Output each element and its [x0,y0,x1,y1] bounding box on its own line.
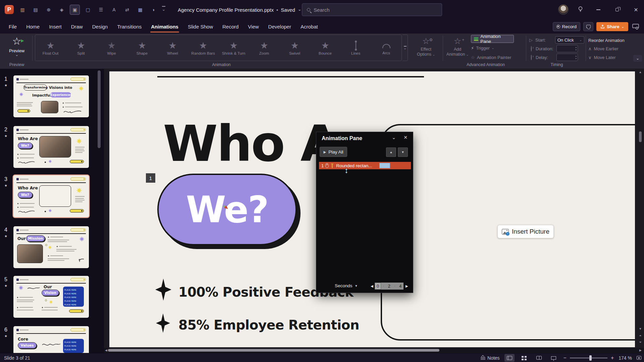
animation-wheel[interactable]: ★Wheel [157,35,188,61]
zoom-out-icon[interactable]: − [564,355,567,361]
document-title[interactable]: Agency Company Profile Presentation.pptx… [178,0,302,19]
move-earlier-button[interactable]: ∧Move Earlier [588,44,625,53]
preview-button[interactable]: ☆▶ Preview ⌄ [4,35,30,62]
tab-insert[interactable]: Insert [44,19,66,34]
zoom-level[interactable]: 174 % [619,355,632,361]
thumbnail-scrollbar[interactable] [98,70,101,148]
delay-spinner[interactable]: ▴▾ [556,54,578,61]
animation-arcs[interactable]: Arcs [371,35,401,61]
tab-developer[interactable]: Developer [264,19,296,34]
shape-fill-icon[interactable]: ◑ [148,5,158,15]
distribute-horizontal-icon[interactable]: ▤ [31,5,41,15]
animation-swivel[interactable]: ★Swivel [279,35,310,61]
thumbnail-slide-3-selected[interactable]: Who Are We? [13,175,89,217]
slideshow-view-button[interactable] [549,354,559,362]
pane-collapse-icon[interactable]: ⌄ [389,135,399,142]
animation-lines[interactable]: Lines [340,35,371,61]
zoom-slider[interactable] [570,358,607,358]
share-button[interactable]: Share ⌄ [596,22,628,31]
play-all-button[interactable]: ▶ Play All [320,147,347,157]
fit-slide-to-window-icon[interactable] [637,356,641,360]
vertical-scroll-thumb[interactable] [639,131,642,142]
horizontal-scrollbar[interactable]: ◀ ▶ [104,348,644,353]
animation-float-out[interactable]: ★Float Out [35,35,66,61]
animation-pane-button[interactable]: Animation Pane [471,35,514,43]
next-slide-icon[interactable]: ⏷ [638,341,643,344]
user-avatar[interactable] [558,4,569,15]
move-down-button[interactable]: ▼ [398,147,408,157]
horizontal-scroll-thumb[interactable] [108,349,439,352]
eraser-tool-icon[interactable]: ◈ [57,5,67,15]
animation-split[interactable]: ★Split [66,35,96,61]
tab-slide-show[interactable]: Slide Show [183,19,218,34]
slide-indicator[interactable]: Slide 3 of 21 [4,353,30,362]
align-objects-icon[interactable]: ▣ [70,5,80,15]
collapse-ribbon-button[interactable]: ⌄ [633,55,642,62]
tab-transitions[interactable]: Transitions [112,19,146,34]
font-tool-icon[interactable]: A [109,5,119,15]
zoom-slider-thumb[interactable] [589,355,592,361]
tab-draw[interactable]: Draw [66,19,88,34]
timing-bar[interactable] [379,163,390,168]
tab-acrobat[interactable]: Acrobat [296,19,323,34]
trigger-button[interactable]: ⚡ Trigger⌄ [471,44,528,52]
move-up-button[interactable]: ▲ [386,147,396,157]
slide-sorter-view-button[interactable] [519,354,529,362]
thumbnail-slide-2[interactable]: Who Are We? [13,126,89,168]
animation-wipe[interactable]: ★Wipe [96,35,127,61]
animation-painter-button[interactable]: ☆ Animation Painter [471,53,528,62]
scroll-right-icon[interactable]: ▶ [639,349,642,352]
zoom-in-icon[interactable]: + [611,355,614,361]
duration-spinner[interactable]: ▴▾ [556,45,578,52]
vertical-scrollbar[interactable]: ▲ ▼ ⏶ ⏷ [638,70,643,348]
tab-design[interactable]: Design [88,19,113,34]
preview-dropdown-icon[interactable]: ⌄ [15,53,18,57]
animation-bounce[interactable]: ★Bounce [310,35,340,61]
bullet-employee-retention[interactable]: 85% Employee Retention [178,317,359,333]
restore-button[interactable] [609,0,625,19]
move-tool-icon[interactable]: ⊕ [44,5,54,15]
notes-button[interactable]: Notes [481,355,500,361]
crop-tool-icon[interactable]: ▢ [83,5,93,15]
animation-random-bars[interactable]: ★Random Bars [188,35,218,61]
customize-quick-access-icon[interactable]: ⌄ [160,6,167,12]
tab-file[interactable]: File [4,19,21,34]
scroll-up-icon[interactable]: ▲ [638,70,643,74]
record-button[interactable]: Record [553,22,581,31]
tab-view[interactable]: View [243,19,263,34]
thumbnail-slide-6[interactable]: Core Values PLACE HEREPLACE HEREPLACE HE… [13,326,89,353]
move-later-button[interactable]: ∨Move Later [588,53,625,62]
gallery-more-button[interactable]: ⌄ [402,35,408,61]
powerpoint-logo-icon[interactable]: P [5,5,14,14]
rotate-object-icon[interactable]: ▦ [135,5,145,15]
timeline-scale[interactable]: 0 ·2 ·4 [375,283,404,290]
scroll-down-icon[interactable]: ▼ [638,327,643,330]
animation-shape[interactable]: ★Shape [127,35,157,61]
swap-position-icon[interactable]: ⇄ [122,5,132,15]
tell-me-lightbulb-icon[interactable] [578,6,583,14]
search-input[interactable]: Search [302,3,442,16]
tab-record[interactable]: Record [218,19,243,34]
animation-shrink-turn[interactable]: ★Shrink & Turn [218,35,249,61]
start-dropdown[interactable]: On Click⌄ [555,36,584,44]
minimize-button[interactable] [591,0,606,19]
distribute-vertical-icon[interactable]: ▥ [17,5,28,15]
animation-list-item[interactable]: 1 Rounded rectan... [319,162,411,169]
insert-picture-button[interactable]: ↑ Insert Picture [497,225,554,238]
tab-animations[interactable]: Animations [146,19,183,34]
effect-options-button[interactable]: ☆⚙ EffectOptions ⌄ [412,35,440,62]
normal-view-button[interactable] [504,354,515,362]
title-chevron-icon[interactable]: ⌄ [298,7,302,12]
seconds-dropdown[interactable]: Seconds▼ [335,283,358,288]
reading-view-button[interactable] [534,354,544,362]
previous-slide-icon[interactable]: ⏶ [638,334,643,337]
comments-button[interactable] [583,22,593,31]
thumbnail-slide-4[interactable]: Our Mission [13,226,89,268]
animation-zoom[interactable]: ★Zoom [249,35,279,61]
thumbnail-slide-1[interactable]: Transforming Visions into Impactful Expe… [13,75,89,117]
pane-close-icon[interactable]: ✕ [401,135,410,142]
text-align-icon[interactable]: ☰ [96,5,106,15]
add-animation-button[interactable]: ☆+ AddAnimation ⌄ [443,35,472,62]
tab-home[interactable]: Home [21,19,44,34]
thumbnail-slide-5[interactable]: Our Vision PLACE HEREPLACE HEREPLACE HER… [13,276,89,318]
